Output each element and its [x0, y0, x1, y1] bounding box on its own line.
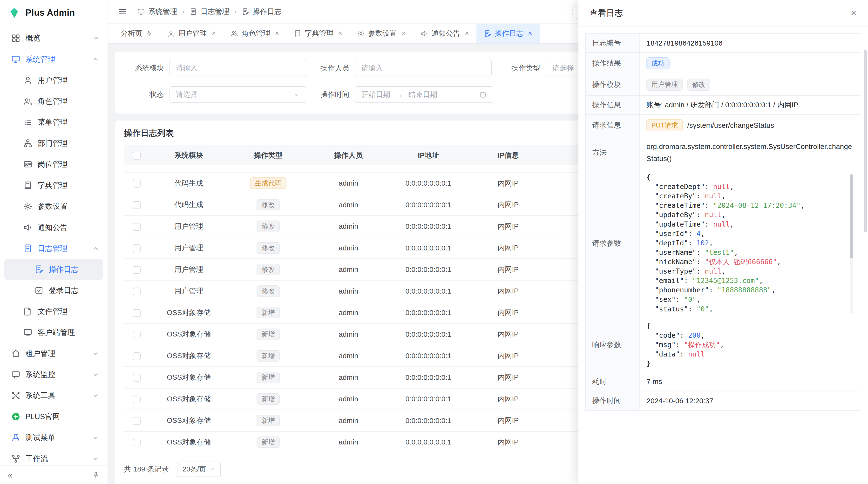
cell-ip-address: 0:0:0:0:0:0:0:1	[389, 222, 468, 230]
row-checkbox[interactable]	[133, 331, 141, 338]
select-all-checkbox[interactable]	[133, 152, 141, 159]
sidebar-item-plus-site[interactable]: PLUS官网	[0, 406, 107, 427]
cell-operator: admin	[308, 374, 389, 382]
column-header[interactable]: 操作类型	[228, 151, 308, 160]
cell-ip-address: 0:0:0:0:0:0:0:1	[389, 352, 468, 360]
tab-close-icon[interactable]: ✕	[212, 30, 216, 37]
row-checkbox[interactable]	[133, 309, 141, 317]
sidebar-item-login-log[interactable]: 登录日志	[0, 280, 107, 301]
cell-system-module: 用户管理	[150, 265, 228, 275]
row-checkbox[interactable]	[133, 180, 141, 188]
tab-notices[interactable]: 通知公告 ✕	[413, 24, 476, 43]
pin-icon[interactable]	[146, 30, 153, 37]
close-icon[interactable]: ✕	[850, 9, 857, 17]
operation-time-value: 2024-10-06 12:20:37	[640, 391, 861, 410]
drawer-scrollbar-thumb[interactable]	[864, 50, 867, 233]
page-size-select[interactable]: 20条/页	[177, 461, 221, 477]
tab-roles[interactable]: 角色管理 ✕	[223, 24, 286, 43]
sidebar-item-logs[interactable]: 日志管理	[0, 238, 107, 259]
sidebar-item-test-menu[interactable]: 测试菜单	[0, 427, 107, 448]
tab-analysis[interactable]: 分析页 ✕	[114, 24, 160, 43]
sidebar-item-overview[interactable]: 概览	[0, 28, 107, 49]
tab-close-icon[interactable]: ✕	[465, 30, 469, 37]
menu-item-icon	[23, 307, 33, 316]
sidebar-item-system[interactable]: 系统管理	[0, 49, 107, 70]
operation-type-badge: 新增	[256, 350, 280, 362]
column-header[interactable]: 操作人员	[308, 151, 389, 160]
tab-icon	[230, 30, 238, 37]
menu-item-icon	[11, 454, 21, 463]
cell-ip-address: 0:0:0:0:0:0:0:1	[389, 179, 468, 187]
sidebar-item-roles[interactable]: 角色管理	[0, 91, 107, 111]
request-url: /system/user/changeStatus	[687, 121, 774, 129]
operation-type-badge: 修改	[256, 221, 280, 232]
row-checkbox[interactable]	[133, 245, 141, 252]
tab-params[interactable]: 参数设置 ✕	[350, 24, 413, 43]
sidebar-item-params[interactable]: 参数设置	[0, 196, 107, 217]
sidebar-item-notices[interactable]: 通知公告	[0, 217, 107, 238]
operation-type-badge: 新增	[256, 437, 280, 448]
start-date-placeholder: 开始日期	[362, 90, 390, 100]
cell-ip-address: 0:0:0:0:0:0:0:1	[389, 374, 468, 382]
tab-close-icon[interactable]: ✕	[275, 30, 279, 37]
chevron-down-icon	[209, 466, 215, 472]
chevron-down-icon	[92, 371, 100, 379]
row-checkbox[interactable]	[133, 417, 141, 425]
sidebar-item-clients[interactable]: 客户端管理	[0, 322, 107, 343]
tab-close-icon[interactable]: ✕	[338, 30, 343, 37]
operation-time-range-picker[interactable]: 开始日期 → 结束日期	[355, 86, 493, 103]
column-header[interactable]: IP信息	[468, 151, 548, 160]
sidebar-footer: «	[0, 465, 107, 484]
cell-ip-info: 内网IP	[468, 394, 548, 404]
tab-dicts[interactable]: 字典管理 ✕	[286, 24, 350, 43]
filter-status: 状态 请选择	[124, 86, 306, 103]
row-checkbox[interactable]	[133, 352, 141, 360]
cell-ip-info: 内网IP	[468, 373, 548, 382]
response-json: { "code": 200, "msg": "操作成功", "data": nu…	[646, 321, 854, 368]
request-params-code-block: { "createDept": null, "createBy": null, …	[646, 172, 854, 314]
tab-users[interactable]: 用户管理 ✕	[160, 24, 223, 43]
sidebar-item-users[interactable]: 用户管理	[0, 70, 107, 91]
sidebar-item-workflow[interactable]: 工作流	[0, 448, 107, 465]
tab-operation-log[interactable]: 操作日志 ✕	[476, 24, 539, 43]
breadcrumb-separator: ›	[182, 7, 184, 16]
breadcrumb-item[interactable]: 操作日志	[242, 7, 281, 17]
row-checkbox[interactable]	[133, 374, 141, 382]
cell-operator: admin	[308, 244, 389, 252]
tab-close-icon[interactable]: ✕	[401, 30, 406, 37]
row-checkbox[interactable]	[133, 288, 141, 295]
sidebar-item-menus[interactable]: 菜单管理	[0, 112, 107, 133]
sidebar-item-operation-log[interactable]: 操作日志	[4, 259, 103, 280]
cell-ip-info: 内网IP	[468, 286, 548, 296]
sidebar-item-monitor[interactable]: 系统监控	[0, 364, 107, 385]
column-header[interactable]: 系统模块	[150, 151, 228, 160]
sidebar-item-tenants[interactable]: 租户管理	[0, 343, 107, 364]
row-checkbox[interactable]	[133, 266, 141, 274]
sidebar-item-files[interactable]: 文件管理	[0, 301, 107, 322]
system-module-input[interactable]: 请输入	[169, 60, 306, 76]
operator-input[interactable]: 请输入	[355, 60, 492, 76]
total-records: 共 189 条记录	[124, 464, 169, 474]
breadcrumb-item[interactable]: 日志管理	[189, 7, 229, 17]
collapse-sidebar-button[interactable]: «	[8, 471, 12, 479]
cell-ip-address: 0:0:0:0:0:0:0:1	[389, 438, 468, 446]
breadcrumb-item[interactable]: 系统管理	[137, 7, 177, 17]
code-scrollbar-thumb[interactable]	[850, 174, 853, 258]
hamburger-menu-icon[interactable]	[118, 7, 127, 17]
tab-close-icon[interactable]: ✕	[528, 30, 532, 37]
row-checkbox[interactable]	[133, 201, 141, 209]
pin-layout-icon[interactable]	[92, 471, 100, 479]
sidebar-item-posts[interactable]: 岗位管理	[0, 154, 107, 175]
sidebar-item-dicts[interactable]: 字典管理	[0, 175, 107, 196]
sidebar-item-tools[interactable]: 系统工具	[0, 385, 107, 406]
row-checkbox[interactable]	[133, 395, 141, 403]
row-checkbox[interactable]	[133, 223, 141, 231]
cell-system-module: 代码生成	[150, 179, 228, 188]
column-header[interactable]: IP地址	[389, 151, 468, 160]
cell-ip-info: 内网IP	[468, 329, 548, 339]
cell-operator: admin	[308, 395, 389, 403]
drawer-body: 日志编号 1842781986426159106 操作结果 成功 操作模块 用户…	[579, 27, 868, 484]
row-checkbox[interactable]	[133, 439, 141, 446]
status-select[interactable]: 请选择	[169, 86, 306, 103]
sidebar-item-depts[interactable]: 部门管理	[0, 133, 107, 154]
